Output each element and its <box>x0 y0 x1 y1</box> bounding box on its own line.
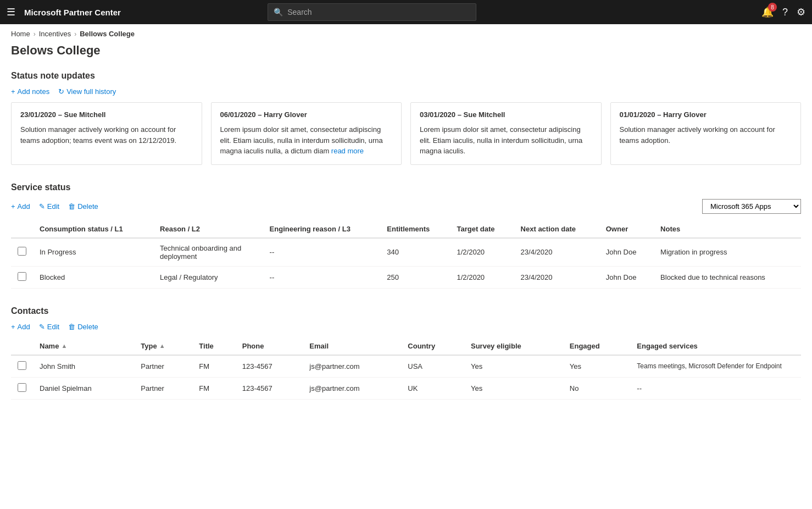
service-table-header: Consumption status / L1 Reason / L2 Engi… <box>11 220 801 238</box>
nav-icons: 🔔 8 ? ⚙ <box>761 6 805 18</box>
service-row1-entitlements: 250 <box>380 266 450 288</box>
service-table-body: In Progress Technical onboarding and dep… <box>11 238 801 289</box>
service-edit-button[interactable]: ✎ Edit <box>39 202 59 211</box>
service-row1-notes: Blocked due to technical reasons <box>654 266 801 288</box>
breadcrumb: Home › Incentives › Bellows College <box>0 24 812 43</box>
service-status-section: Service status + Add ✎ Edit 🗑 Delete Mic… <box>11 182 801 289</box>
service-row1-reason: Legal / Regulatory <box>153 266 263 288</box>
status-notes-title: Status note updates <box>11 71 801 81</box>
note-card-1: 06/01/2020 – Harry Glover Lorem ipsum do… <box>211 102 402 165</box>
page-title: Belows College <box>11 43 801 58</box>
breadcrumb-incentives[interactable]: Incentives <box>39 30 71 38</box>
contacts-col-services: Engaged services <box>630 338 801 355</box>
service-row0-checkbox-cell <box>11 238 33 267</box>
contact-row0-title: FM <box>192 355 235 378</box>
view-history-button[interactable]: ↻ View full history <box>58 87 116 96</box>
service-status-table: Consumption status / L1 Reason / L2 Engi… <box>11 220 801 289</box>
contacts-col-country: Country <box>401 338 464 355</box>
service-row1-nextaction: 23/4/2020 <box>514 266 599 288</box>
search-box: 🔍 <box>268 3 476 21</box>
service-col-status: Consumption status / L1 <box>33 220 153 238</box>
app-title: Microsoft Partner Center <box>24 8 121 17</box>
service-table-row: Blocked Legal / Regulatory -- 250 1/2/20… <box>11 266 801 288</box>
service-col-notes: Notes <box>654 220 801 238</box>
contacts-table-row: John Smith Partner FM 123-4567 js@partne… <box>11 355 801 378</box>
contact-row0-phone: 123-4567 <box>236 355 303 378</box>
breadcrumb-home[interactable]: Home <box>11 30 30 38</box>
contacts-delete-button[interactable]: 🗑 Delete <box>68 323 98 331</box>
service-row0-status: In Progress <box>33 238 153 267</box>
service-add-icon: + <box>11 202 15 211</box>
name-sort-icon: ▲ <box>61 342 67 349</box>
service-col-reason: Reason / L2 <box>153 220 263 238</box>
contact-row1-email: js@partner.com <box>303 377 401 399</box>
note-card-1-body: Lorem ipsum dolor sit amet, consectetur … <box>220 124 393 157</box>
service-status-title: Service status <box>11 182 801 192</box>
note-card-3: 01/01/2020 – Harry Glover Solution manag… <box>610 102 802 165</box>
settings-icon[interactable]: ⚙ <box>797 6 805 18</box>
status-notes-section: Status note updates + Add notes ↻ View f… <box>11 71 801 165</box>
contact-row1-services: -- <box>630 377 801 399</box>
contact-row0-survey: Yes <box>464 355 563 378</box>
service-dropdown[interactable]: Microsoft 365 Apps <box>702 199 801 214</box>
note-card-3-body: Solution manager actively working on acc… <box>620 124 792 146</box>
breadcrumb-current: Bellows College <box>80 30 135 38</box>
service-col-engreason: Engineering reason / L3 <box>263 220 381 238</box>
service-row1-targetdate: 1/2/2020 <box>450 266 514 288</box>
contact-row1-type: Partner <box>134 377 192 399</box>
contacts-table: Name ▲ Type ▲ Title Phone Email Country <box>11 338 801 400</box>
service-row1-checkbox[interactable] <box>18 272 26 281</box>
contact-row1-checkbox[interactable] <box>18 383 26 392</box>
contacts-col-title: Title <box>192 338 235 355</box>
contacts-col-type[interactable]: Type ▲ <box>134 338 192 355</box>
note-card-0-body: Solution manager actively working on acc… <box>20 124 193 146</box>
read-more-link-1[interactable]: read more <box>331 147 364 155</box>
contacts-delete-icon: 🗑 <box>68 323 75 331</box>
contacts-add-button[interactable]: + Add <box>11 323 30 331</box>
contacts-col-engaged: Engaged <box>563 338 631 355</box>
contact-row0-type: Partner <box>134 355 192 378</box>
service-row0-reason: Technical onboarding and deployment <box>153 238 263 267</box>
add-notes-button[interactable]: + Add notes <box>11 87 49 96</box>
service-col-nextaction: Next action date <box>514 220 599 238</box>
page-content: Belows College Status note updates + Add… <box>0 43 812 422</box>
contact-row1-survey: Yes <box>464 377 563 399</box>
plus-icon: + <box>11 87 15 96</box>
service-col-owner: Owner <box>599 220 654 238</box>
contact-row0-checkbox[interactable] <box>18 361 26 370</box>
contacts-header-checkbox <box>11 338 33 355</box>
service-row1-owner: John Doe <box>599 266 654 288</box>
contact-row0-services: Teams meetings, Microsoft Defender for E… <box>630 355 801 378</box>
history-icon: ↻ <box>58 87 64 96</box>
note-card-1-header: 06/01/2020 – Harry Glover <box>220 110 393 119</box>
search-input[interactable] <box>287 8 470 16</box>
note-card-3-header: 01/01/2020 – Harry Glover <box>620 110 792 119</box>
notification-icon[interactable]: 🔔 8 <box>761 6 774 18</box>
contact-row0-checkbox-cell <box>11 355 33 378</box>
contacts-edit-icon: ✎ <box>39 323 45 331</box>
service-row1-status: Blocked <box>33 266 153 288</box>
help-icon[interactable]: ? <box>782 7 788 18</box>
search-icon: 🔍 <box>274 8 283 16</box>
contacts-add-icon: + <box>11 323 15 331</box>
service-row0-nextaction: 23/4/2020 <box>514 238 599 267</box>
contacts-col-phone: Phone <box>236 338 303 355</box>
breadcrumb-sep-1: › <box>34 30 36 38</box>
service-add-button[interactable]: + Add <box>11 202 30 211</box>
service-delete-button[interactable]: 🗑 Delete <box>68 202 98 211</box>
note-card-0-header: 23/01/2020 – Sue Mitchell <box>20 110 193 119</box>
notification-badge: 8 <box>768 3 777 12</box>
hamburger-icon[interactable]: ☰ <box>7 6 15 18</box>
contacts-table-row: Daniel Spielman Partner FM 123-4567 js@p… <box>11 377 801 399</box>
service-table-row: In Progress Technical onboarding and dep… <box>11 238 801 267</box>
contacts-edit-button[interactable]: ✎ Edit <box>39 323 59 331</box>
service-row0-engreason: -- <box>263 238 381 267</box>
service-row0-checkbox[interactable] <box>18 247 26 256</box>
contacts-col-name[interactable]: Name ▲ <box>33 338 134 355</box>
service-col-entitlements: Entitlements <box>380 220 450 238</box>
service-row1-engreason: -- <box>263 266 381 288</box>
service-row0-notes: Migration in progress <box>654 238 801 267</box>
contacts-section: Contacts + Add ✎ Edit 🗑 Delete <box>11 306 801 400</box>
contact-row0-country: USA <box>401 355 464 378</box>
service-status-toolbar: + Add ✎ Edit 🗑 Delete Microsoft 365 Apps <box>11 199 801 214</box>
